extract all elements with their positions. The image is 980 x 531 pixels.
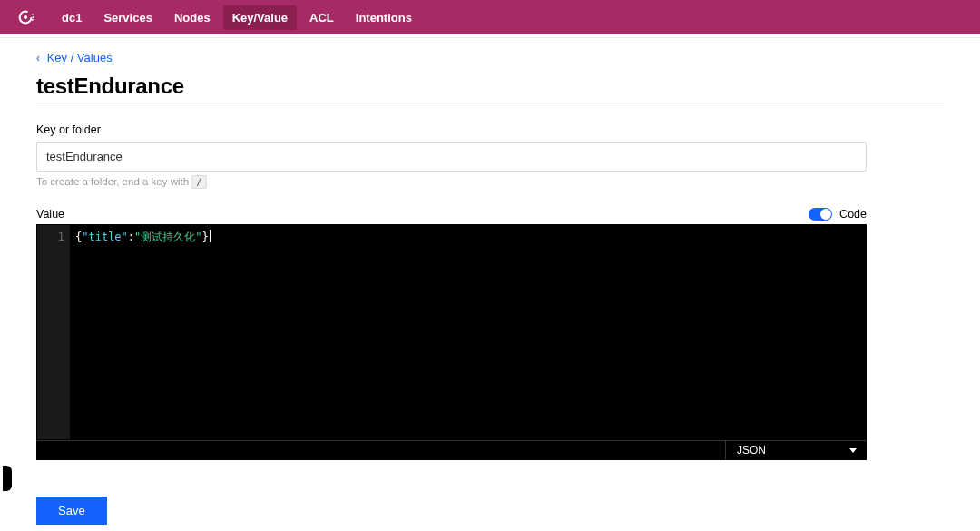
nav-item-key-value[interactable]: Key/Value [223, 5, 297, 30]
key-hint-slash-key: / [191, 175, 207, 189]
value-editor-wrap: 1 {"title":"测试持久化"} JSON [36, 224, 867, 460]
top-nav-bar: dc1 Services Nodes Key/Value ACL Intenti… [0, 0, 980, 34]
svg-point-3 [33, 16, 34, 18]
nav-item-intentions[interactable]: Intentions [347, 5, 421, 30]
nav-item-acl[interactable]: ACL [300, 5, 343, 30]
language-select[interactable]: JSON [725, 441, 866, 459]
line-number: 1 [37, 229, 64, 245]
editor-cursor [210, 230, 211, 242]
page-title: testEndurance [36, 74, 944, 99]
value-header-row: Value Code [36, 208, 867, 221]
svg-point-4 [32, 19, 34, 21]
nav-item-nodes[interactable]: Nodes [165, 5, 220, 30]
caret-down-icon [849, 448, 857, 453]
datacenter-selector[interactable]: dc1 [53, 5, 91, 30]
code-toggle-wrap: Code [808, 208, 867, 221]
action-row: Save [36, 497, 944, 525]
svg-point-1 [24, 15, 27, 19]
svg-point-2 [32, 14, 34, 15]
key-field-label: Key or folder [36, 123, 944, 136]
chevron-left-icon: ‹ [36, 52, 40, 64]
page-content: ‹ Key / Values testEndurance Key or fold… [0, 38, 980, 531]
key-hint-text: To create a folder, end a key with [36, 176, 191, 187]
code-toggle-label: Code [839, 208, 867, 221]
primary-nav: dc1 Services Nodes Key/Value ACL Intenti… [53, 5, 421, 30]
save-button[interactable]: Save [36, 497, 107, 525]
breadcrumb-back-link[interactable]: Key / Values [47, 51, 113, 64]
code-toggle[interactable] [808, 208, 832, 221]
consul-logo-icon [16, 7, 36, 27]
value-field-label: Value [36, 208, 64, 221]
side-floater[interactable] [3, 466, 12, 491]
nav-item-services[interactable]: Services [94, 5, 162, 30]
title-rule [36, 103, 944, 103]
key-hint: To create a folder, end a key with / [36, 176, 944, 188]
code-editor[interactable]: 1 {"title":"测试持久化"} [36, 224, 867, 440]
editor-status-bar: JSON [36, 440, 867, 460]
status-spacer [37, 441, 725, 459]
language-select-value: JSON [737, 444, 766, 457]
key-input[interactable] [36, 142, 867, 172]
editor-line-1: {"title":"测试持久化"} [75, 229, 211, 245]
breadcrumb: ‹ Key / Values [36, 51, 944, 64]
editor-gutter: 1 [37, 225, 70, 439]
